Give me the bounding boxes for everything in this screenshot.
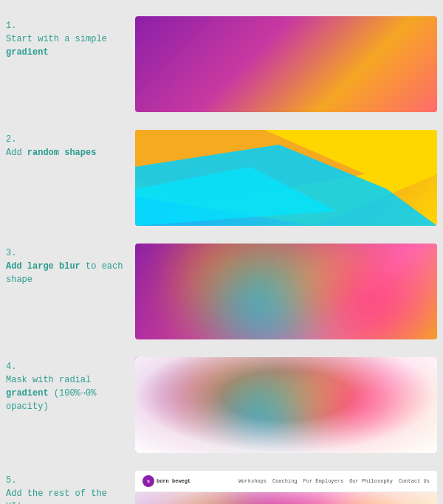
preview-blurred (135, 244, 437, 339)
step-desc-4: Mask with radial gradient (100%→0% opaci… (6, 375, 96, 412)
step-number-2: 2. (6, 133, 128, 146)
ui-logo-text: born bewegt (157, 478, 190, 484)
nav-contact[interactable]: Contact Us (399, 478, 430, 484)
step-row-4: 4. Mask with radial gradient (100%→0% op… (0, 348, 443, 462)
preview-masked (135, 357, 437, 453)
step-number-4: 4. (6, 360, 128, 373)
ui-nav-links: Workshops Coaching For Employers Our Phi… (238, 478, 430, 484)
step-desc-2: Add random shapes (6, 148, 96, 158)
nav-workshops[interactable]: Workshops (238, 478, 267, 484)
step-label-5: 5. Add the rest of the UI! (6, 471, 128, 504)
ui-hero: move better, live better. Yoga, climbing… (135, 492, 437, 504)
step-number-5: 5. (6, 474, 128, 487)
step-row-5: 5. Add the rest of the UI! b born bewegt… (0, 462, 443, 504)
preview-shapes (135, 130, 437, 226)
step-label-1: 1. Start with a simple gradient (6, 16, 128, 59)
tutorial-container: 1. Start with a simple gradient 2. Add r… (0, 0, 443, 504)
step-bold-2: random shapes (27, 148, 97, 158)
radial-mask (135, 357, 437, 453)
nav-philosophy[interactable]: Our Philosophy (349, 478, 393, 484)
step-bold-1: gradient (6, 47, 49, 58)
step-plain-4: Mask with radial (6, 375, 91, 385)
blob-pink (319, 266, 415, 339)
step-row-3: 3. Add large blur to each shape (0, 235, 443, 348)
step-number-1: 1. (6, 19, 128, 32)
step-row-2: 2. Add random shapes (0, 121, 443, 235)
nav-employers[interactable]: For Employers (303, 478, 344, 484)
step-plain-5: Add the rest of the UI! (6, 489, 107, 504)
step-number-3: 3. (6, 246, 128, 260)
step-label-4: 4. Mask with radial gradient (100%→0% op… (6, 357, 128, 413)
ui-logo: b born bewegt (142, 475, 190, 487)
step-plain-2: Add (6, 148, 27, 158)
step-plain-1: Start with a simple (6, 34, 107, 44)
step-row-1: 1. Start with a simple gradient (0, 7, 443, 121)
step-desc-3: Add large blur to each shape (6, 261, 123, 285)
nav-coaching[interactable]: Coaching (272, 478, 298, 484)
step-bold-4: gradient (6, 388, 49, 398)
preview-gradient (135, 16, 437, 112)
ui-logo-icon: b (142, 475, 154, 487)
step-desc-1: Start with a simple gradient (6, 34, 107, 58)
step-bold-3: Add large blur (6, 261, 80, 272)
step-label-3: 3. Add large blur to each shape (6, 244, 128, 286)
ui-hero-mask (135, 492, 437, 504)
step-label-2: 2. Add random shapes (6, 130, 128, 159)
ui-navbar: b born bewegt Workshops Coaching For Emp… (135, 471, 437, 492)
preview-ui: b born bewegt Workshops Coaching For Emp… (135, 471, 437, 504)
